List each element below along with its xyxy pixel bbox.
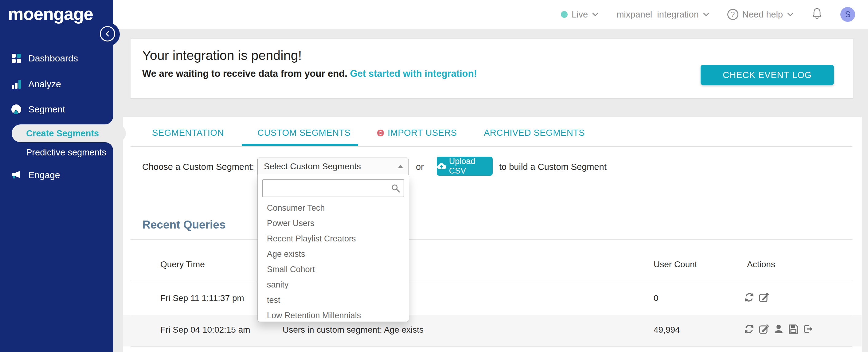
dropdown-option[interactable]: Low Retention Millennials: [258, 308, 409, 323]
live-status-dot: [561, 11, 568, 18]
dropdown-option[interactable]: Power Users: [258, 216, 409, 231]
sidebar-item-label: Create Segments: [26, 128, 99, 138]
environment-switcher[interactable]: Live: [561, 9, 599, 20]
tab-label: ARCHIVED SEGMENTS: [484, 128, 585, 138]
custom-segment-dropdown: Consumer Tech Power Users Recent Playlis…: [257, 175, 409, 322]
moengage-logo[interactable]: moengage: [8, 4, 93, 24]
refresh-icon[interactable]: [744, 323, 755, 334]
sidebar-item-dashboards[interactable]: Dashboards: [0, 49, 113, 68]
table-row-user-count: 0: [654, 293, 658, 303]
choose-segment-label: Choose a Custom Segment:: [142, 162, 254, 172]
pie-chart-icon: [11, 104, 22, 115]
sidebar-item-create-segments[interactable]: Create Segments: [12, 124, 126, 142]
sidebar-upper: moengage Dashboards Analyze Segment: [0, 0, 113, 124]
cloud-upload-icon: [437, 162, 446, 170]
topbar: Live mixpanel_integration ? Need help S: [113, 0, 868, 29]
sidebar-item-label: Engage: [28, 170, 60, 180]
table-row-actions: [744, 292, 769, 303]
recent-queries-heading: Recent Queries: [142, 218, 225, 231]
table-row-user-count: 49,994: [654, 325, 680, 335]
table-border: [130, 281, 852, 281]
get-started-link[interactable]: Get started with integration!: [350, 68, 477, 79]
sidebar-item-label: Analyze: [28, 79, 61, 89]
dropdown-option[interactable]: Recent Playlist Creators: [258, 231, 409, 246]
dropdown-option[interactable]: Consumer Tech: [258, 200, 409, 216]
edit-icon[interactable]: [758, 292, 769, 303]
refresh-icon[interactable]: [744, 292, 755, 303]
bar-chart-icon: [11, 79, 22, 89]
edit-icon[interactable]: [758, 323, 769, 334]
chevron-down-icon: [787, 12, 794, 17]
segment-search-input[interactable]: [262, 180, 404, 197]
upload-csv-button[interactable]: Upload CSV: [437, 157, 493, 176]
check-event-log-button[interactable]: CHECK EVENT LOG: [701, 65, 834, 85]
tab-import-users[interactable]: IMPORT USERS: [377, 128, 457, 138]
build-segment-suffix: to build a Custom Segment: [499, 162, 607, 172]
search-icon: [391, 183, 401, 193]
tabs-divider: [130, 146, 852, 147]
need-help-label: Need help: [742, 9, 783, 20]
tab-archived-segments[interactable]: ARCHIVED SEGMENTS: [484, 128, 585, 138]
need-help-menu[interactable]: ? Need help: [727, 9, 794, 20]
sidebar-item-label: Predictive segments: [26, 148, 106, 158]
notifications-button[interactable]: [811, 7, 823, 22]
grid-icon: [11, 53, 22, 64]
banner-message: We are waiting to receive data from your…: [142, 68, 477, 79]
sidebar-lower: Predictive segments Engage: [0, 142, 113, 352]
sidebar-item-label: Dashboards: [28, 53, 78, 64]
dropdown-option[interactable]: test: [258, 292, 409, 308]
environment-label: Live: [571, 9, 588, 20]
banner-message-text: We are waiting to receive data from your…: [142, 68, 350, 79]
column-header-query-time: Query Time: [160, 260, 205, 269]
chevron-down-icon: [592, 12, 599, 17]
chevron-down-icon: [703, 12, 710, 17]
sidebar-item-engage[interactable]: Engage: [0, 165, 113, 185]
dropdown-option[interactable]: Small Cohort: [258, 262, 409, 277]
red-dot-icon: [377, 130, 384, 136]
tab-segmentation[interactable]: SEGMENTATION: [152, 128, 224, 138]
question-circle-icon: ?: [727, 9, 738, 20]
save-icon[interactable]: [788, 323, 799, 334]
active-tab-underline: [242, 144, 358, 146]
sidebar-item-analyze[interactable]: Analyze: [0, 75, 113, 94]
tab-label: CUSTOM SEGMENTS: [257, 128, 350, 138]
triangle-up-icon: [398, 165, 403, 168]
chevron-left-icon: [105, 31, 110, 37]
table-row-actions: [744, 323, 814, 334]
select-value: Select Custom Segments: [264, 162, 361, 171]
bell-icon: [811, 7, 823, 20]
table-border: [130, 315, 852, 315]
megaphone-icon: [11, 170, 22, 180]
column-header-actions: Actions: [747, 260, 775, 269]
table-row-query: Users in custom segment: Age exists: [283, 325, 424, 335]
table-row-query-time: Fri Sep 04 10:02:15 am: [160, 325, 250, 335]
table-border: [130, 239, 852, 239]
tab-custom-segments[interactable]: CUSTOM SEGMENTS: [257, 128, 350, 138]
workspace-label: mixpanel_integration: [616, 9, 699, 20]
user-icon[interactable]: [773, 323, 784, 334]
export-icon[interactable]: [803, 323, 814, 334]
dropdown-option[interactable]: Age exists: [258, 246, 409, 262]
upload-csv-label: Upload CSV: [449, 157, 493, 176]
column-header-user-count: User Count: [654, 260, 697, 269]
dropdown-option[interactable]: sanity: [258, 277, 409, 292]
avatar-initial: S: [845, 10, 850, 19]
banner-title: Your integration is pending!: [142, 48, 302, 63]
integration-pending-banner: Your integration is pending! We are wait…: [130, 39, 853, 98]
tab-label: IMPORT USERS: [388, 128, 457, 138]
sidebar-item-predictive-segments[interactable]: Predictive segments: [0, 145, 113, 160]
or-text: or: [416, 162, 424, 172]
tab-label: SEGMENTATION: [152, 128, 224, 138]
sidebar-collapse-button[interactable]: [100, 26, 115, 41]
table-row-query-time: Fri Sep 11 1:11:37 pm: [160, 293, 244, 303]
sidebar-item-segment[interactable]: Segment: [0, 100, 113, 119]
custom-segment-select[interactable]: Select Custom Segments: [257, 158, 408, 175]
workspace-switcher[interactable]: mixpanel_integration: [616, 9, 710, 20]
avatar[interactable]: S: [840, 7, 855, 22]
sidebar-item-label: Segment: [28, 104, 65, 115]
